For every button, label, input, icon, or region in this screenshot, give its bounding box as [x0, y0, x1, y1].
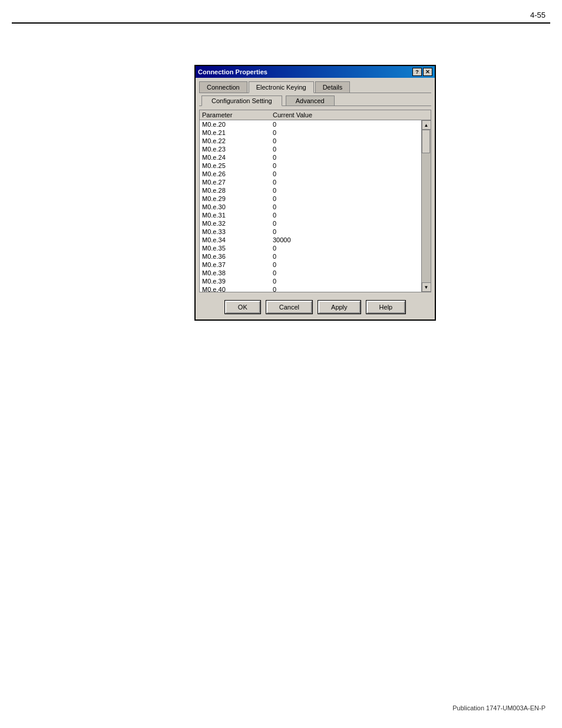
table-row[interactable]: M0.e.270 [200, 178, 421, 186]
table-row[interactable]: M0.e.310 [200, 211, 421, 219]
scroll-thumb[interactable] [422, 130, 430, 153]
row-value: 0 [273, 203, 419, 210]
table-row[interactable]: M0.e.240 [200, 153, 421, 162]
row-param: M0.e.30 [202, 203, 273, 210]
table-row[interactable]: M0.e.300 [200, 203, 421, 211]
row-param: M0.e.38 [202, 269, 273, 276]
table-row[interactable]: M0.e.370 [200, 261, 421, 269]
row-value: 0 [273, 187, 419, 194]
row-param: M0.e.27 [202, 179, 273, 186]
row-param: M0.e.21 [202, 129, 273, 136]
ok-button[interactable]: OK [225, 301, 260, 314]
row-param: M0.e.29 [202, 195, 273, 202]
row-param: M0.e.36 [202, 253, 273, 260]
table-row[interactable]: M0.e.360 [200, 252, 421, 261]
row-value: 0 [273, 195, 419, 202]
row-value: 0 [273, 179, 419, 186]
row-param: M0.e.35 [202, 245, 273, 252]
row-param: M0.e.31 [202, 212, 273, 219]
row-value: 0 [273, 121, 419, 128]
row-value: 0 [273, 269, 419, 276]
row-value: 0 [273, 278, 419, 285]
table-row[interactable]: M0.e.290 [200, 195, 421, 203]
dialog-container: Connection Properties ? ✕ Connection Ele… [194, 65, 436, 321]
table-row[interactable]: M0.e.390 [200, 277, 421, 285]
col-header-value: Current Value [273, 111, 428, 118]
publication-note: Publication 1747-UM003A-EN-P [452, 704, 546, 711]
row-param: M0.e.37 [202, 261, 273, 268]
row-param: M0.e.25 [202, 162, 273, 169]
scrollbar[interactable]: ▲ ▼ [421, 120, 431, 292]
table-row[interactable]: M0.e.210 [200, 129, 421, 137]
titlebar-buttons: ? ✕ [412, 68, 432, 76]
row-value: 0 [273, 137, 419, 144]
row-param: M0.e.23 [202, 146, 273, 153]
table-row[interactable]: M0.e.400 [200, 285, 421, 292]
row-value: 0 [273, 245, 419, 252]
row-value: 0 [273, 261, 419, 268]
row-value: 0 [273, 212, 419, 219]
main-tabs-row: Connection Electronic Keying Details [199, 81, 431, 93]
help-button[interactable]: Help [366, 301, 406, 314]
table-row[interactable]: M0.e.220 [200, 137, 421, 145]
table-row[interactable]: M0.e.3430000 [200, 236, 421, 244]
row-value: 30000 [273, 236, 419, 243]
row-param: M0.e.39 [202, 278, 273, 285]
row-value: 0 [273, 170, 419, 177]
row-value: 0 [273, 286, 419, 292]
tab-connection[interactable]: Connection [199, 81, 247, 93]
scroll-down-btn[interactable]: ▼ [422, 282, 431, 292]
table-row[interactable]: M0.e.280 [200, 186, 421, 195]
row-param: M0.e.34 [202, 236, 273, 243]
row-param: M0.e.28 [202, 187, 273, 194]
dialog-title: Connection Properties [198, 68, 267, 75]
table-row[interactable]: M0.e.320 [200, 219, 421, 228]
col-header-param: Parameter [202, 111, 273, 118]
tab-electronic-keying[interactable]: Electronic Keying [249, 81, 314, 93]
row-value: 0 [273, 253, 419, 260]
row-param: M0.e.33 [202, 228, 273, 235]
table-row[interactable]: M0.e.330 [200, 228, 421, 236]
row-param: M0.e.40 [202, 286, 273, 292]
row-value: 0 [273, 228, 419, 235]
connection-properties-dialog: Connection Properties ? ✕ Connection Ele… [194, 65, 436, 321]
help-icon-btn[interactable]: ? [412, 68, 422, 76]
table-rows: M0.e.200M0.e.210M0.e.220M0.e.230M0.e.240… [200, 120, 421, 292]
table-row[interactable]: M0.e.380 [200, 269, 421, 277]
table-row[interactable]: M0.e.230 [200, 145, 421, 153]
table-row[interactable]: M0.e.350 [200, 244, 421, 252]
subtab-advanced[interactable]: Advanced [286, 95, 335, 106]
tab-details[interactable]: Details [315, 81, 351, 93]
scroll-up-btn[interactable]: ▲ [422, 120, 431, 130]
table-header: Parameter Current Value [200, 110, 431, 120]
row-param: M0.e.26 [202, 170, 273, 177]
subtabs-row: Configuration Setting Advanced [199, 93, 431, 106]
cancel-button[interactable]: Cancel [266, 301, 312, 314]
table-row[interactable]: M0.e.250 [200, 162, 421, 170]
row-value: 0 [273, 146, 419, 153]
row-value: 0 [273, 129, 419, 136]
dialog-footer: OK Cancel Apply Help [199, 296, 431, 316]
table-row[interactable]: M0.e.260 [200, 170, 421, 178]
row-param: M0.e.24 [202, 154, 273, 161]
dialog-body: Connection Electronic Keying Details Con… [196, 78, 435, 319]
row-param: M0.e.22 [202, 137, 273, 144]
dialog-titlebar: Connection Properties ? ✕ [196, 66, 435, 78]
page-number: 4-55 [530, 11, 546, 19]
row-value: 0 [273, 162, 419, 169]
table-body: M0.e.200M0.e.210M0.e.220M0.e.230M0.e.240… [200, 120, 431, 292]
row-value: 0 [273, 154, 419, 161]
table-row[interactable]: M0.e.200 [200, 120, 421, 129]
apply-button[interactable]: Apply [318, 301, 361, 314]
row-param: M0.e.32 [202, 220, 273, 227]
row-value: 0 [273, 220, 419, 227]
scroll-track [422, 130, 431, 282]
row-param: M0.e.20 [202, 121, 273, 128]
subtab-configuration-setting[interactable]: Configuration Setting [201, 95, 282, 106]
top-rule [12, 22, 550, 24]
parameter-table: Parameter Current Value M0.e.200M0.e.210… [199, 110, 431, 292]
close-icon-btn[interactable]: ✕ [423, 68, 432, 76]
